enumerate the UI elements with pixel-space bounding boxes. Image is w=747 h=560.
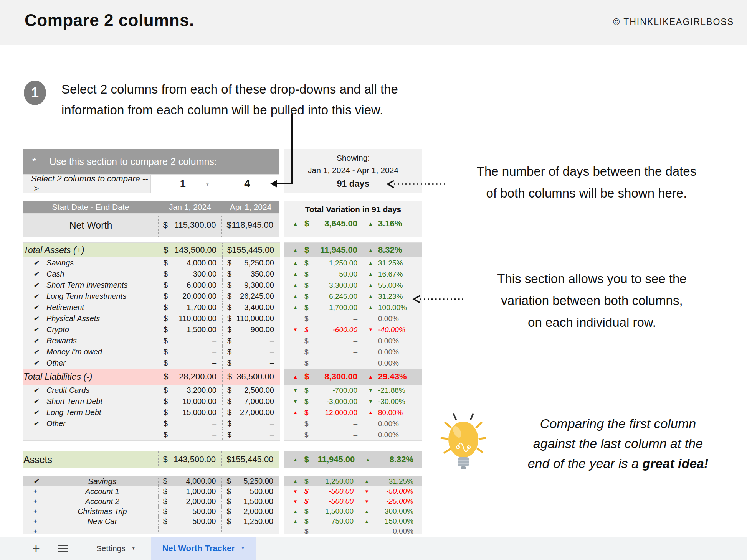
row-value1-cell[interactable]: $6,000.00	[159, 280, 222, 291]
variation-row[interactable]: $ – 0.00%	[284, 335, 422, 346]
row-value2-cell[interactable]: $2,500.00	[222, 385, 280, 396]
variation-row[interactable]: ▼ $ -700.00 ▼ -21.88%	[284, 385, 422, 396]
chevron-down-icon[interactable]: ▾	[206, 181, 209, 187]
table-row[interactable]: ✔Short Term Investments $6,000.00 $9,300…	[23, 280, 280, 291]
variation-row[interactable]: $ – 0.00%	[284, 418, 422, 429]
variation-row[interactable]: ▲ $ 6,245.00 ▲ 31.23%	[284, 291, 422, 302]
table-row[interactable]: ✔Retirement $1,700.00 $3,400.00	[23, 302, 280, 313]
tab-net-worth-tracker[interactable]: Net Worth Tracker ▼	[151, 537, 256, 560]
total-assets-value2-cell[interactable]: $155,445.00	[222, 243, 280, 257]
table-row[interactable]: ✔Physical Assets $110,000.00 $110,000.00	[23, 313, 280, 324]
row-value2-cell[interactable]: $9,300.00	[222, 280, 280, 291]
table-row[interactable]: ✔Cash $300.00 $350.00	[23, 268, 280, 280]
row-label-cell[interactable]: ✔Crypto	[23, 324, 159, 335]
row-value1-cell[interactable]: $3,200.00	[159, 385, 222, 396]
row-value1-cell[interactable]: $1,500.00	[159, 324, 222, 335]
variation-row[interactable]: ▲ $ 50.00 ▲ 16.67%	[284, 268, 422, 280]
total-assets-row[interactable]: Total Assets (+) $143,500.00 $155,445.00	[23, 243, 280, 257]
variation-row[interactable]: ▼ $ -600.00 ▼ -40.00%	[284, 324, 422, 335]
row-value1-cell[interactable]: $1,700.00	[159, 302, 222, 313]
savings-header-value2-cell[interactable]: $5,250.00	[221, 476, 279, 486]
total-assets-value1-cell[interactable]: $143,500.00	[159, 243, 222, 257]
row-label-cell[interactable]: ✔Credit Cards	[23, 385, 159, 396]
row-value2-cell[interactable]	[221, 526, 279, 534]
variation-row[interactable]: $ – 0.00%	[284, 357, 422, 369]
net-worth-value2-cell[interactable]: $ 118,945.00	[221, 214, 279, 237]
row-label-cell[interactable]: ✔Short Term Investments	[23, 280, 159, 291]
row-value2-cell[interactable]: $–	[222, 429, 280, 440]
row-label-cell[interactable]: +	[23, 526, 158, 534]
row-value1-cell[interactable]: $10,000.00	[159, 396, 222, 407]
row-value2-cell[interactable]: $1,500.00	[221, 496, 279, 506]
row-label-cell[interactable]: ✔Long Term Investments	[23, 291, 159, 302]
variation-row[interactable]: ▲ $ 1,250.00 ▲ 31.25%	[284, 257, 422, 268]
net-worth-value1-cell[interactable]: $ 115,300.00	[158, 214, 222, 237]
variation-row[interactable]: ▲ $ 12,000.00 ▲ 80.00%	[284, 407, 422, 418]
total-liabilities-row[interactable]: Total Liabilities (-) $28,200.00 $36,500…	[23, 369, 280, 385]
row-value1-cell[interactable]: $500.00	[158, 506, 222, 516]
table-row[interactable]: ✔Savings $4,000.00 $5,250.00	[23, 257, 280, 268]
table-row[interactable]: ✔Crypto $1,500.00 $900.00	[23, 324, 280, 335]
table-row[interactable]: +New Car $500.00 $1,250.00	[23, 516, 279, 526]
add-sheet-button[interactable]: +	[32, 541, 40, 556]
row-value2-cell[interactable]: $900.00	[222, 324, 280, 335]
table-row[interactable]: ✔Other $– $–	[23, 357, 280, 369]
row-label-cell[interactable]	[23, 429, 159, 440]
variation-row[interactable]: ▼ $ -500.00 ▼ -50.00%	[284, 486, 422, 496]
table-row[interactable]: $– $–	[23, 429, 280, 440]
row-label-cell[interactable]: +New Car	[23, 516, 158, 526]
row-value1-cell[interactable]: $–	[159, 335, 222, 346]
row-value2-cell[interactable]: $26,245.00	[222, 291, 280, 302]
chevron-down-icon[interactable]: ▼	[132, 546, 136, 550]
variation-row[interactable]: $ – 0.00%	[284, 526, 422, 534]
assets-summary-value1-cell[interactable]: $143,500.00	[158, 451, 221, 468]
table-row[interactable]: ✔Rewards $– $–	[23, 335, 280, 346]
row-value1-cell[interactable]: $20,000.00	[159, 291, 222, 302]
row-value2-cell[interactable]: $–	[222, 346, 280, 357]
row-value1-cell[interactable]: $–	[159, 429, 222, 440]
row-value1-cell[interactable]: $1,000.00	[158, 486, 222, 496]
row-value2-cell[interactable]: $2,000.00	[221, 506, 279, 516]
table-row[interactable]: ✔Money I'm owed $– $–	[23, 346, 280, 357]
column-select-first[interactable]: 1 ▾	[150, 175, 215, 193]
row-value1-cell[interactable]: $–	[159, 346, 222, 357]
table-row[interactable]: +	[23, 526, 279, 534]
row-value2-cell[interactable]: $1,250.00	[221, 516, 279, 526]
row-label-cell[interactable]: ✔Short Term Debt	[23, 396, 159, 407]
row-label-cell[interactable]: ✔Money I'm owed	[23, 346, 159, 357]
net-worth-row[interactable]: Net Worth $ 115,300.00 $ 118,945.00	[23, 213, 279, 237]
savings-header-value1-cell[interactable]: $4,000.00	[158, 476, 222, 486]
table-row[interactable]: ✔Long Term Investments $20,000.00 $26,24…	[23, 291, 280, 302]
table-row[interactable]: ✔Short Term Debt $10,000.00 $7,000.00	[23, 396, 280, 407]
row-value2-cell[interactable]: $3,400.00	[222, 302, 280, 313]
row-label-cell[interactable]: +Account 2	[23, 496, 158, 506]
variation-row[interactable]: ▼ $ -3,000.00 ▼ -30.00%	[284, 396, 422, 407]
row-value1-cell[interactable]	[158, 526, 222, 534]
row-value2-cell[interactable]: $7,000.00	[222, 396, 280, 407]
row-value1-cell[interactable]: $4,000.00	[159, 257, 222, 268]
table-row[interactable]: ✔Credit Cards $3,200.00 $2,500.00	[23, 385, 280, 396]
row-value1-cell[interactable]: $–	[159, 418, 222, 429]
table-row[interactable]: ✔Long Term Debt $15,000.00 $27,000.00	[23, 407, 280, 418]
variation-row[interactable]: $ – 0.00%	[284, 429, 422, 440]
chevron-down-icon[interactable]: ▼	[241, 546, 245, 550]
table-row[interactable]: ✔Other $– $–	[23, 418, 280, 429]
savings-header-label-cell[interactable]: ✔Savings	[23, 476, 158, 486]
row-value1-cell[interactable]: $500.00	[158, 516, 222, 526]
row-label-cell[interactable]: ✔Retirement	[23, 302, 159, 313]
row-label-cell[interactable]: ✔Other	[23, 357, 159, 369]
row-value2-cell[interactable]: $350.00	[222, 268, 280, 280]
table-row[interactable]: +Account 2 $2,000.00 $1,500.00	[23, 496, 279, 506]
variation-row[interactable]: ▲ $ 1,700.00 ▲ 100.00%	[284, 302, 422, 313]
variation-row[interactable]: ▲ $ 3,300.00 ▲ 55.00%	[284, 280, 422, 291]
row-label-cell[interactable]: +Account 1	[23, 486, 158, 496]
row-value2-cell[interactable]: $27,000.00	[222, 407, 280, 418]
row-label-cell[interactable]: ✔Physical Assets	[23, 313, 159, 324]
column-select-second[interactable]: 4	[215, 175, 279, 193]
row-value1-cell[interactable]: $300.00	[159, 268, 222, 280]
savings-header-row[interactable]: ✔Savings $4,000.00 $5,250.00	[23, 476, 279, 486]
total-liabilities-value1-cell[interactable]: $28,200.00	[159, 369, 222, 385]
row-value2-cell[interactable]: $–	[222, 418, 280, 429]
row-value2-cell[interactable]: $110,000.00	[222, 313, 280, 324]
variation-row[interactable]: ▼ $ -500.00 ▼ -25.00%	[284, 496, 422, 506]
